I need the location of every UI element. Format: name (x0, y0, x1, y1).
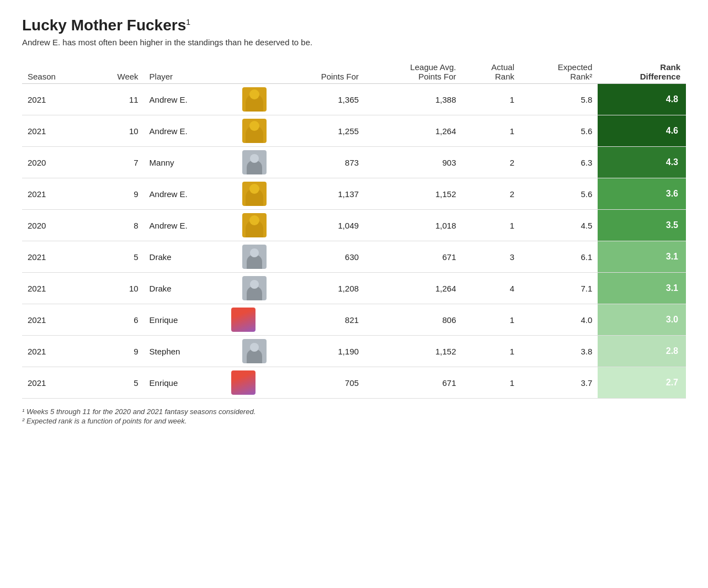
table-row: 2021 6 Enrique 821 806 1 4.0 3.0 (22, 304, 686, 336)
cell-expected-rank: 6.1 (520, 241, 598, 273)
cell-avatar (228, 178, 281, 210)
cell-league-avg: 1,388 (364, 84, 461, 115)
page-title: Lucky Mother Fuckers1 (22, 17, 686, 34)
avatar (242, 87, 267, 112)
cell-week: 9 (89, 178, 143, 210)
avatar (242, 245, 267, 269)
cell-expected-rank: 5.8 (520, 84, 598, 115)
cell-season: 2021 (22, 178, 89, 210)
main-table: Season Week Player Points For League Avg… (22, 60, 686, 399)
cell-actual-rank: 3 (462, 241, 520, 273)
cell-avatar (228, 336, 281, 367)
avatar (242, 213, 267, 237)
cell-week: 10 (89, 115, 143, 147)
table-row: 2021 11 Andrew E. 1,365 1,388 1 5.8 4.8 (22, 84, 686, 115)
cell-actual-rank: 1 (462, 367, 520, 399)
cell-season: 2021 (22, 336, 89, 367)
cell-league-avg: 806 (364, 304, 461, 336)
cell-rank-diff: 3.1 (598, 241, 686, 273)
cell-rank-diff: 3.1 (598, 273, 686, 304)
cell-week: 10 (89, 273, 143, 304)
cell-avatar (228, 210, 281, 241)
cell-avatar (228, 304, 281, 336)
cell-league-avg: 1,152 (364, 178, 461, 210)
cell-avatar (228, 115, 281, 147)
table-row: 2021 9 Andrew E. 1,137 1,152 2 5.6 3.6 (22, 178, 686, 210)
cell-league-avg: 1,264 (364, 273, 461, 304)
cell-player: Andrew E. (144, 84, 228, 115)
cell-expected-rank: 7.1 (520, 273, 598, 304)
table-row: 2021 9 Stephen 1,190 1,152 1 3.8 2.8 (22, 336, 686, 367)
cell-expected-rank: 4.5 (520, 210, 598, 241)
cell-week: 6 (89, 304, 143, 336)
cell-rank-diff: 2.8 (598, 336, 686, 367)
cell-season: 2021 (22, 84, 89, 115)
cell-week: 8 (89, 210, 143, 241)
cell-league-avg: 1,264 (364, 115, 461, 147)
cell-actual-rank: 4 (462, 273, 520, 304)
table-row: 2021 5 Enrique 705 671 1 3.7 2.7 (22, 367, 686, 399)
cell-player: Drake (144, 241, 228, 273)
cell-rank-diff: 2.7 (598, 367, 686, 399)
avatar (242, 119, 267, 143)
cell-actual-rank: 1 (462, 84, 520, 115)
cell-actual-rank: 1 (462, 210, 520, 241)
cell-player: Drake (144, 273, 228, 304)
cell-avatar (228, 273, 281, 304)
footnote-1: ¹ Weeks 5 through 11 for the 2020 and 20… (22, 407, 686, 416)
cell-avatar (228, 147, 281, 178)
table-row: 2020 8 Andrew E. 1,049 1,018 1 4.5 3.5 (22, 210, 686, 241)
cell-player: Enrique (144, 367, 228, 399)
header-actual-rank: Actual Rank (462, 60, 520, 84)
cell-actual-rank: 1 (462, 304, 520, 336)
cell-expected-rank: 5.6 (520, 115, 598, 147)
cell-player: Andrew E. (144, 115, 228, 147)
header-week: Week (89, 60, 143, 84)
header-points-for: Points For (281, 60, 364, 84)
cell-points-for: 1,208 (281, 273, 364, 304)
table-row: 2021 10 Drake 1,208 1,264 4 7.1 3.1 (22, 273, 686, 304)
cell-season: 2020 (22, 147, 89, 178)
cell-player: Andrew E. (144, 210, 228, 241)
header-avatar-spacer (228, 60, 281, 84)
footnote-2: ² Expected rank is a function of points … (22, 417, 686, 425)
cell-league-avg: 671 (364, 367, 461, 399)
cell-expected-rank: 5.6 (520, 178, 598, 210)
cell-actual-rank: 2 (462, 178, 520, 210)
cell-rank-diff: 3.6 (598, 178, 686, 210)
table-row: 2020 7 Manny 873 903 2 6.3 4.3 (22, 147, 686, 178)
header-player: Player (144, 60, 228, 84)
cell-expected-rank: 6.3 (520, 147, 598, 178)
avatar (242, 276, 267, 300)
cell-week: 7 (89, 147, 143, 178)
cell-rank-diff: 4.3 (598, 147, 686, 178)
cell-points-for: 1,190 (281, 336, 364, 367)
cell-points-for: 705 (281, 367, 364, 399)
cell-league-avg: 1,018 (364, 210, 461, 241)
footnotes: ¹ Weeks 5 through 11 for the 2020 and 20… (22, 407, 686, 425)
cell-player: Enrique (144, 304, 228, 336)
cell-points-for: 1,137 (281, 178, 364, 210)
cell-points-for: 1,255 (281, 115, 364, 147)
cell-season: 2021 (22, 241, 89, 273)
cell-expected-rank: 3.8 (520, 336, 598, 367)
avatar (242, 339, 267, 363)
cell-season: 2021 (22, 304, 89, 336)
cell-league-avg: 1,152 (364, 336, 461, 367)
cell-season: 2021 (22, 273, 89, 304)
cell-week: 9 (89, 336, 143, 367)
cell-expected-rank: 4.0 (520, 304, 598, 336)
header-rank-diff: Rank Difference (598, 60, 686, 84)
cell-actual-rank: 2 (462, 147, 520, 178)
cell-points-for: 1,049 (281, 210, 364, 241)
cell-rank-diff: 3.0 (598, 304, 686, 336)
cell-season: 2020 (22, 210, 89, 241)
cell-season: 2021 (22, 367, 89, 399)
cell-rank-diff: 4.6 (598, 115, 686, 147)
cell-player: Manny (144, 147, 228, 178)
header-season: Season (22, 60, 89, 84)
cell-season: 2021 (22, 115, 89, 147)
avatar (231, 370, 255, 395)
cell-avatar (228, 367, 281, 399)
table-row: 2021 5 Drake 630 671 3 6.1 3.1 (22, 241, 686, 273)
